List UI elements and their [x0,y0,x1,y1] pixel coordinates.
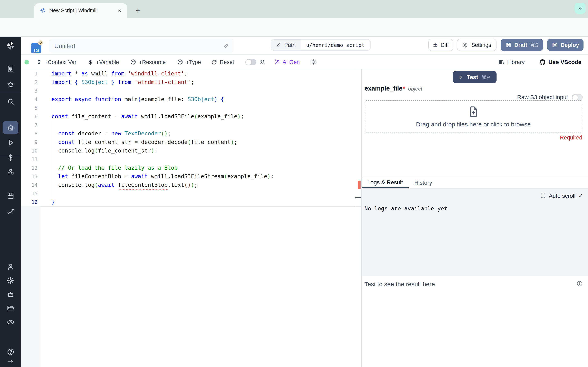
library-button[interactable]: Library [498,55,525,69]
add-context-var-label: +Context Var [44,59,76,65]
add-variable-button[interactable]: +Variable [87,55,119,69]
sidebar-item-flows-route[interactable] [6,207,15,215]
script-header: TS Untitled Path u/henri/demo_script ± D… [21,37,588,55]
edit-pencil-icon[interactable] [223,42,229,49]
diff-button[interactable]: ± Diff [428,39,453,51]
browser-tab[interactable]: New Script | Windmill × [34,3,127,18]
sidebar-item-schedules-calendar[interactable] [6,192,15,200]
add-type-button[interactable]: +Type [177,55,201,69]
line-number: 4 [21,95,38,104]
chevron-down-icon [577,6,583,11]
reset-button[interactable]: Reset [211,55,234,69]
tab-search-button[interactable] [575,3,586,14]
windmill-script-editor-page: New Script | Windmill × + app.windmill.d… [0,0,588,367]
library-icon [498,59,505,65]
test-shortcut: ⌘↵ [481,74,491,80]
new-tab-button[interactable]: + [133,5,143,16]
sidebar-item-home[interactable] [3,121,18,134]
code-line[interactable]: import * as wmill from 'windmill-client'… [52,69,274,78]
line-number: 9 [21,138,38,146]
code-line[interactable] [52,189,274,198]
info-icon[interactable] [576,280,583,287]
code-line[interactable]: console.log(await fileContentBlob.text()… [52,181,274,189]
settings-button[interactable]: Settings [457,39,497,51]
path-button[interactable]: Path u/henri/demo_script [271,39,371,50]
raw-s3-toggle[interactable] [572,94,583,100]
test-button[interactable]: Test ⌘↵ [453,71,496,83]
line-number: 5 [21,104,38,112]
logs-empty-message: No logs are available yet [364,205,447,211]
add-type-label: +Type [186,59,201,65]
tab-logs-result[interactable]: Logs & Result [362,177,408,188]
connection-status-dot [25,60,29,64]
sidebar-item-settings-gear[interactable] [6,276,15,285]
code-line[interactable] [52,155,274,164]
package-icon [177,59,183,65]
code-line[interactable] [52,104,274,112]
code-line[interactable]: } [52,198,274,206]
code-line[interactable] [52,121,274,129]
draft-button[interactable]: Draft ⌘S [501,39,543,51]
result-placeholder: Test to see the result here [364,280,435,287]
tab-title: New Script | Windmill [49,8,116,13]
code-line[interactable]: const file_content_str = decoder.decode(… [52,138,274,146]
editor-settings-gear-icon[interactable] [310,59,317,65]
code-line[interactable]: const file_content = await wmill.loadS3F… [52,112,274,121]
code-line[interactable]: let fileContentBlob = await wmill.loadS3… [52,172,274,181]
bun-runtime-icon [38,40,44,46]
draft-label: Draft [514,42,527,48]
code-line[interactable]: // Or load the file lazily as a Blob [52,164,274,172]
toggle-off[interactable] [245,59,256,65]
add-resource-button[interactable]: +Resource [130,55,165,69]
line-number-gutter: 12345678910111213141516 [21,69,38,206]
users-icon[interactable] [259,59,265,65]
sidebar-item-help-question[interactable] [6,348,15,356]
script-title-input[interactable]: Untitled [49,39,233,53]
sidebar-item-variables-dollar[interactable] [6,153,15,161]
sidebar-item-users-person[interactable] [6,263,15,271]
expand-icon[interactable] [540,193,546,198]
sidebar-divider [0,92,21,93]
line-number: 14 [21,181,38,189]
test-label: Test [467,74,478,80]
code-line[interactable]: console.log(file_content_str); [52,146,274,155]
use-vscode-button[interactable]: Use VScode [539,55,581,69]
sidebar-item-resources-cubes[interactable] [6,168,15,176]
line-number: 2 [21,78,38,86]
add-context-var-button[interactable]: +Context Var [36,55,76,69]
sidebar-item-expand-sidebar-arrow[interactable] [7,358,14,365]
code-content[interactable]: import * as wmill from 'windmill-client'… [52,69,274,206]
code-editor[interactable]: 12345678910111213141516 import * as wmil… [21,69,361,367]
tab-history[interactable]: History [408,177,438,188]
path-value: u/henri/demo_script [301,40,370,50]
sidebar-item-workers-robot[interactable] [6,290,15,299]
sidebar-item-favorites-star[interactable] [6,81,15,89]
line-number: 1 [21,69,38,78]
package-icon [130,59,136,65]
code-line[interactable]: export async function main(example_file:… [52,95,274,104]
sidebar-item-windmill-logo[interactable] [6,41,15,50]
code-line[interactable]: import { S3Object } from 'windmill-clien… [52,78,274,86]
line-number: 8 [21,129,38,138]
file-dropzone[interactable]: Drag and drop files here or click to bro… [364,100,582,133]
deploy-label: Deploy [561,42,579,48]
autoscroll-label: Auto scroll [549,192,576,199]
code-line[interactable]: const decoder = new TextDecoder(); [52,129,274,138]
sidebar-item-search[interactable] [6,98,15,106]
result-section: Test to see the result here [362,275,588,367]
sidebar-item-workspace-building[interactable] [6,65,15,73]
collab-toggle[interactable] [245,55,256,69]
sidebar-item-runs-play[interactable] [6,139,15,147]
tab-close-icon[interactable]: × [116,7,123,14]
deploy-button[interactable]: Deploy [547,39,584,51]
line-number: 15 [21,189,38,198]
windmill-favicon [40,7,46,14]
settings-label: Settings [471,42,491,48]
sidebar-item-folders-folder[interactable] [6,304,15,312]
add-resource-label: +Resource [139,59,165,65]
add-variable-label: +Variable [96,59,119,65]
autoscroll-control[interactable]: Auto scroll ✓ [540,192,583,199]
sidebar-item-audit-logs-eye[interactable] [6,318,15,326]
ai-gen-button[interactable]: AI Gen [274,55,300,69]
code-line[interactable] [52,86,274,95]
